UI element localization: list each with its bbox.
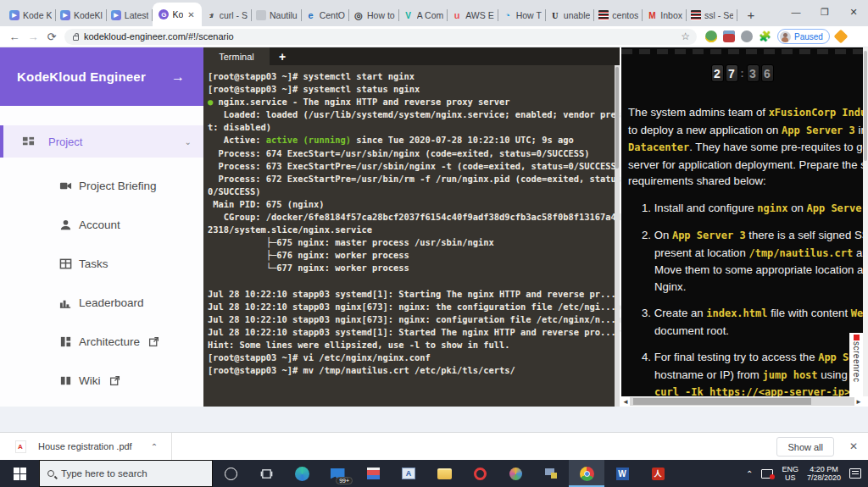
terminal-line: Jul 28 10:22:10 stapp03 systemd[1]: Star… (208, 288, 618, 301)
watermark-text: screenrec (852, 341, 861, 382)
sidebar-item-leaderboard[interactable]: Leaderboard (59, 283, 203, 322)
sidebar-item-label: Project Briefing (79, 180, 157, 192)
browser-tab[interactable]: ssl - Se (687, 4, 737, 26)
browser-tab[interactable]: ://curl - S (202, 4, 252, 26)
extension-green-icon[interactable] (705, 30, 717, 42)
puzzle-extensions-icon[interactable]: 🧩 (759, 30, 771, 42)
external-link-icon (109, 375, 120, 386)
browser-tab[interactable]: VA Com (399, 4, 448, 26)
back-button[interactable]: ← (5, 30, 24, 43)
browser-tab[interactable]: ◔How T (498, 4, 546, 26)
book-icon (59, 374, 72, 387)
taskbar-item-remote-desktop[interactable] (533, 460, 569, 487)
browser-tab[interactable]: ▶KodeKl (56, 4, 107, 26)
taskbar-item-chrome[interactable] (569, 460, 604, 487)
taskbar-item-opera[interactable] (462, 460, 498, 487)
maximize-button[interactable]: ❐ (810, 0, 839, 24)
tray-chevron-icon[interactable]: ⌃ (746, 469, 753, 479)
download-bar-close-icon[interactable]: ✕ (849, 440, 858, 452)
sidebar-item-tasks[interactable]: Tasks (59, 244, 203, 283)
bookmark-star-icon[interactable]: ☆ (681, 30, 690, 42)
browser-tab[interactable]: ◎How to (349, 4, 399, 26)
extension-gray-icon[interactable] (741, 30, 753, 42)
task-intro-line: requirements shared below: (628, 173, 863, 190)
sidebar-item-label: Project (48, 136, 185, 148)
url-text[interactable]: kodekloud-engineer.com/#!/scenario (84, 31, 681, 42)
sidebar-item-wiki[interactable]: Wiki (59, 361, 203, 400)
input-indicator-icon[interactable] (761, 469, 773, 479)
minimize-button[interactable]: — (782, 0, 810, 24)
terminal-scrollbar[interactable] (615, 65, 620, 407)
browser-tab[interactable]: centos (594, 4, 643, 26)
timer-digit: 6 (761, 64, 774, 82)
download-file-name[interactable]: House registration .pdf (38, 441, 132, 451)
task-view-icon (258, 465, 275, 482)
start-button[interactable] (0, 460, 39, 487)
task-panel-horizontal-scrollbar[interactable]: ◄ ► (621, 396, 863, 407)
language-indicator[interactable]: ENGUS (782, 465, 798, 482)
reload-button[interactable]: ⟳ (42, 30, 61, 43)
terminal-tab[interactable]: Terminal (203, 47, 270, 65)
taskbar-item-store[interactable] (355, 460, 391, 487)
timer-colon: : (741, 68, 744, 80)
taskbar-item-edge[interactable] (284, 460, 320, 487)
terminal-panel: Terminal + [root@stapp03 ~]# systemctl s… (203, 47, 620, 407)
sidebar-item-project[interactable]: Project ⌄ (0, 125, 203, 158)
taskbar-item-task-view[interactable] (248, 460, 284, 487)
browser-tab[interactable]: ▶Latest (107, 4, 153, 26)
task-step-line: 3. Create an index.html file with conten… (642, 305, 863, 323)
profile-paused-label: Paused (794, 32, 823, 42)
curl-favicon-icon: :// (206, 10, 216, 20)
browser-tab[interactable]: uAWS E (448, 4, 498, 26)
countdown-timer: 27:36 (621, 64, 863, 82)
terminal-line: Jul 28 10:22:10 stapp03 nginx[673]: ngin… (208, 301, 618, 313)
tab-close-icon[interactable]: ✕ (186, 10, 195, 19)
sidebar-item-architecture[interactable]: Architecture (59, 322, 203, 361)
task-step: 4. For final testing try to access the A… (642, 349, 863, 401)
clock[interactable]: 4:20 PM7/28/2020 (807, 465, 841, 482)
scrollbar-thumb[interactable] (633, 398, 811, 405)
sidebar-item-project-briefing[interactable]: Project Briefing (59, 166, 203, 205)
table-icon (59, 257, 72, 270)
action-center-icon[interactable] (849, 468, 861, 479)
show-all-button[interactable]: Show all (776, 437, 834, 457)
taskbar-item-acrobat[interactable]: 人 (640, 460, 676, 487)
taskbar-item-paint[interactable] (498, 460, 533, 487)
browser-tab[interactable]: Nautilu (252, 4, 302, 26)
extension-avatar-icon[interactable] (723, 30, 735, 42)
new-terminal-button[interactable]: + (270, 47, 295, 65)
terminal-line: [root@stapp03 ~]# mv /tmp/nautilus.crt /… (208, 364, 618, 377)
scroll-left-arrow[interactable]: ◄ (621, 398, 630, 406)
terminal-line: [root@stapp03 ~]# systemctl status nginx (208, 83, 618, 96)
terminal-line: 0/SUCCESS) (208, 185, 618, 198)
browser-tab[interactable]: eCentO (302, 4, 349, 26)
taskbar-item-cortana[interactable] (213, 460, 248, 487)
taskbar-item-file-explorer[interactable] (426, 460, 462, 487)
browser-tab[interactable]: Uunable (546, 4, 595, 26)
profile-chip[interactable]: Paused (777, 29, 830, 44)
browser-tab[interactable]: ▶Kode K (5, 4, 56, 26)
tab-label: CentO (320, 10, 345, 20)
taskbar-item-word[interactable]: W (604, 460, 640, 487)
browser-tab[interactable]: GKo✕ (153, 3, 201, 26)
taskbar-item-access-app[interactable]: A (391, 460, 426, 487)
orange-diamond-icon[interactable] (833, 30, 848, 44)
terminal-output[interactable]: [root@stapp03 ~]# systemctl start nginx[… (203, 65, 620, 377)
terminal-line: t: disabled) (208, 121, 618, 134)
sidebar-header: KodeKloud Engineer → (0, 47, 203, 106)
omnibox[interactable]: kodekloud-engineer.com/#!/scenario ☆ (64, 29, 697, 45)
forward-button[interactable]: → (24, 30, 42, 43)
download-options-chevron-icon[interactable]: ⌃ (151, 442, 158, 451)
content-bottom-strip (0, 407, 868, 432)
ul-serif-favicon-icon: U (550, 10, 560, 20)
collapse-arrow-icon[interactable]: → (171, 69, 185, 85)
new-tab-button[interactable]: + (741, 4, 761, 25)
page-vertical-scrollbar[interactable] (863, 47, 868, 396)
sidebar-item-account[interactable]: Account (59, 205, 203, 244)
terminal-line: Loaded: loaded (/usr/lib/systemd/system/… (208, 108, 618, 121)
scroll-right-arrow[interactable]: ► (854, 398, 863, 406)
browser-tab[interactable]: MInbox (643, 4, 687, 26)
close-button[interactable]: ✕ (839, 0, 868, 24)
taskbar-search-box[interactable]: Type here to search (39, 460, 213, 487)
taskbar-item-mail[interactable]: 99+ (320, 460, 355, 487)
